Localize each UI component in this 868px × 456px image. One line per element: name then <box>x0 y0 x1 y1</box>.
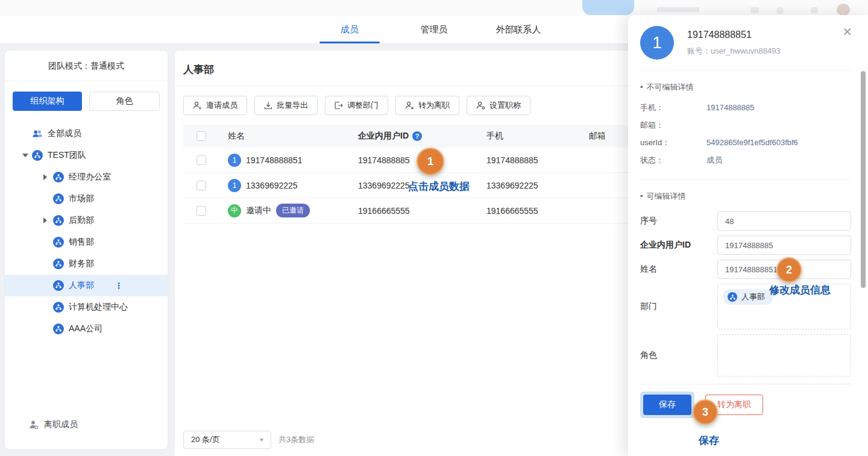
annotation-text-2: 修改成员信息 <box>769 283 831 297</box>
org-icon <box>53 193 64 204</box>
row-phone: 19166665555 <box>478 206 580 216</box>
caret-right-icon[interactable] <box>43 174 53 180</box>
row-checkbox[interactable] <box>197 155 206 165</box>
member-name: 191748888851 <box>687 30 781 40</box>
org-icon <box>53 215 64 226</box>
org-icon <box>32 150 43 161</box>
row-avatar: 1 <box>228 179 241 192</box>
set-title-label: 设置职称 <box>489 100 521 111</box>
tree-item-label: 后勤部 <box>69 215 94 226</box>
tree-item-6[interactable]: 人事部⋮ <box>5 275 168 296</box>
ghost-user-avatar <box>837 4 850 16</box>
row-checkbox[interactable] <box>197 181 206 190</box>
editable-section-title: 可编辑详情 <box>640 191 851 202</box>
readonly-field-email: 邮箱： <box>640 116 851 134</box>
enterprise-id-label: 企业内用户ID <box>640 240 717 251</box>
header-phone: 手机 <box>478 131 580 142</box>
set-title-button[interactable]: 设置职称 <box>467 96 530 115</box>
ghost-doc-icon <box>750 7 759 13</box>
chevron-down-icon: ▾ <box>260 436 263 443</box>
drawer-scrollbar[interactable] <box>861 71 866 288</box>
org-icon <box>53 237 64 248</box>
invite-member-button[interactable]: 邀请成员 <box>183 96 247 115</box>
tree-item-label: 全部成员 <box>48 128 81 139</box>
seq-input[interactable] <box>717 211 851 231</box>
batch-export-button[interactable]: 批量导出 <box>254 96 318 115</box>
row-phone: 19174888885 <box>478 155 580 165</box>
person-gear-icon <box>476 101 485 110</box>
tree-item-0[interactable]: TEST团队 <box>5 145 168 166</box>
annotation-step-2: 2 <box>776 257 802 283</box>
row-enterprise-id: 19174888885 <box>350 155 478 165</box>
sidebar: 团队模式：普通模式 组织架构 角色 全部成员 TEST团队经理办公室市场部后勤部… <box>5 51 168 449</box>
select-all-checkbox[interactable] <box>197 131 206 141</box>
department-tag[interactable]: 人事部 <box>723 289 773 305</box>
row-name: 邀请中 <box>246 205 271 216</box>
tree-item-8[interactable]: AAA公司 <box>5 318 168 340</box>
ghost-bell-icon <box>811 7 818 13</box>
tree-item-1[interactable]: 经理办公室 <box>5 166 168 188</box>
pagination: 20 条/页 ▾ 共3条数据 <box>183 431 314 449</box>
org-icon <box>53 258 64 269</box>
invited-badge: 已邀请 <box>276 204 310 217</box>
save-button[interactable]: 保存 <box>643 395 691 415</box>
row-avatar: 1 <box>228 154 241 167</box>
department-tree: 全部成员 TEST团队经理办公室市场部后勤部销售部财务部人事部⋮计算机处理中心A… <box>5 123 168 340</box>
convert-resigned-label: 转为离职 <box>418 100 450 111</box>
adjust-department-label: 调整部门 <box>347 100 379 111</box>
annotation-step-3: 3 <box>693 399 718 425</box>
tree-item-menu-icon[interactable]: ⋮ <box>115 281 124 290</box>
org-icon <box>53 280 64 291</box>
org-icon <box>728 292 737 302</box>
enterprise-id-input[interactable] <box>717 236 851 255</box>
tree-item-all-members[interactable]: 全部成员 <box>5 123 168 145</box>
tab-external-contacts[interactable]: 外部联系人 <box>476 16 561 43</box>
resigned-person-icon <box>29 420 39 429</box>
annotation-step-1: 1 <box>417 148 444 175</box>
page-size-select[interactable]: 20 条/页 ▾ <box>183 431 271 449</box>
help-icon[interactable]: ? <box>412 131 422 141</box>
tree-item-label: 市场部 <box>69 193 94 204</box>
resigned-members-link[interactable]: 离职成员 <box>29 419 78 430</box>
page-size-value: 20 条/页 <box>191 434 220 445</box>
tree-item-label: 经理办公室 <box>69 172 111 183</box>
tab-admins[interactable]: 管理员 <box>392 16 476 43</box>
tree-item-7[interactable]: 计算机处理中心 <box>5 296 168 318</box>
row-avatar: 中 <box>228 204 241 217</box>
readonly-field-userid: userId： 5492865fe9f1ef5df603fbf6 <box>640 134 851 151</box>
header-name: 姓名 <box>219 131 350 142</box>
readonly-field-phone: 手机： 19174888885 <box>640 99 851 116</box>
row-name: 13369692225 <box>246 181 298 190</box>
person-plus-icon <box>193 101 202 110</box>
close-icon[interactable]: ✕ <box>842 26 852 38</box>
row-checkbox[interactable] <box>197 206 206 216</box>
tree-item-2[interactable]: 市场部 <box>5 188 168 210</box>
seq-label: 序号 <box>640 216 717 226</box>
annotation-text-1: 点击成员数据 <box>408 180 470 193</box>
role-label: 角色 <box>640 350 717 361</box>
tree-item-4[interactable]: 销售部 <box>5 231 168 253</box>
tree-item-label: 计算机处理中心 <box>69 302 128 313</box>
department-label: 部门 <box>640 301 717 312</box>
ghost-help-icon <box>776 7 784 14</box>
drawer-divider-2 <box>640 180 851 180</box>
tab-members[interactable]: 成员 <box>307 16 392 43</box>
name-label: 姓名 <box>640 264 717 275</box>
tree-item-label: 人事部 <box>69 280 94 291</box>
role-picker[interactable] <box>717 334 851 376</box>
tree-item-label: 销售部 <box>69 237 94 248</box>
member-avatar: 1 <box>640 26 674 60</box>
caret-right-icon[interactable] <box>43 217 53 223</box>
adjust-department-button[interactable]: 调整部门 <box>325 96 388 115</box>
role-button[interactable]: 角色 <box>89 92 160 111</box>
tree-item-5[interactable]: 财务部 <box>5 253 168 275</box>
tree-item-3[interactable]: 后勤部 <box>5 210 168 231</box>
member-account: 账号：user_hwwuvn88493 <box>687 46 781 57</box>
org-icon <box>53 172 64 183</box>
org-structure-button[interactable]: 组织架构 <box>13 92 82 111</box>
tree-item-label: TEST团队 <box>48 150 86 161</box>
convert-resigned-button[interactable]: 转为离职 <box>395 96 459 115</box>
team-mode-title: 团队模式：普通模式 <box>5 51 168 81</box>
drawer-footer: 保存 转为离职 <box>640 384 851 418</box>
caret-down-icon[interactable] <box>22 154 32 157</box>
